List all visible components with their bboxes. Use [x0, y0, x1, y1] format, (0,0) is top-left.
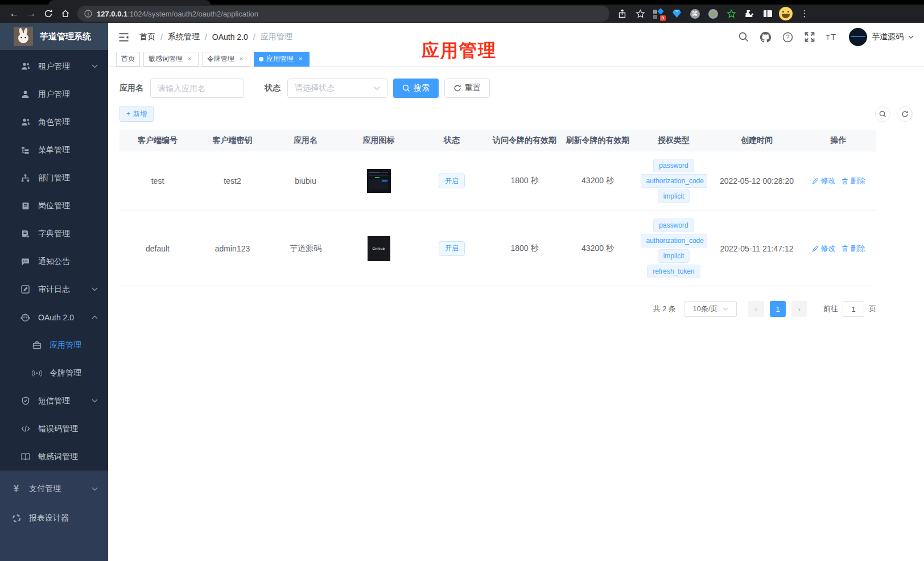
- header-search-icon[interactable]: [739, 32, 749, 42]
- fullscreen-icon[interactable]: [805, 32, 815, 42]
- goto-page-input[interactable]: [843, 301, 864, 317]
- briefcase-icon: [32, 341, 42, 349]
- extension-gem-icon[interactable]: [669, 6, 684, 22]
- sidebar-item-dict[interactable]: 字典管理: [0, 220, 108, 248]
- pagination: 共 2 条 10条/页 ‹ 1 › 前往 页: [119, 301, 876, 317]
- tree-icon: [20, 174, 30, 182]
- breadcrumb: 首页 / 系统管理 / OAuth 2.0 / 应用管理: [139, 32, 292, 42]
- help-icon[interactable]: ?: [782, 32, 793, 43]
- github-icon[interactable]: [760, 32, 771, 43]
- chevron-down-icon: [723, 307, 728, 311]
- edit-button[interactable]: 修改: [812, 176, 836, 186]
- sidebar-item-sensitive[interactable]: 敏感词管理: [0, 443, 108, 471]
- add-button[interactable]: + 新增: [119, 106, 154, 122]
- toggle-search-button[interactable]: [875, 106, 890, 122]
- browser-home-icon[interactable]: [57, 6, 74, 22]
- browser-back-icon[interactable]: ←: [6, 6, 23, 22]
- tab-token-manage[interactable]: 令牌管理×: [202, 52, 250, 67]
- browser-menu-icon[interactable]: ⋮: [796, 6, 813, 22]
- navbar: 首页 / 系统管理 / OAuth 2.0 / 应用管理 ?: [108, 23, 924, 51]
- side-panel-icon[interactable]: [760, 6, 776, 22]
- sidebar-item-sms[interactable]: 短信管理: [0, 387, 108, 415]
- reset-button[interactable]: 重置: [444, 79, 490, 98]
- sidebar-item-pay[interactable]: ¥ 支付管理: [0, 474, 108, 504]
- page-size-select[interactable]: 10条/页: [684, 301, 737, 317]
- bookmark-star-icon[interactable]: [632, 6, 648, 22]
- app-logo: [14, 27, 33, 46]
- font-size-icon[interactable]: TT: [826, 32, 838, 42]
- browser-refresh-icon[interactable]: [40, 6, 57, 22]
- sidebar-item-dept[interactable]: 部门管理: [0, 164, 108, 192]
- username: 芋道源码: [872, 32, 904, 42]
- yen-icon: ¥: [11, 483, 21, 494]
- grant-type-tag: implicit: [658, 189, 690, 203]
- pencil-icon: [812, 178, 819, 184]
- sidebar-item-menu[interactable]: 菜单管理: [0, 136, 108, 164]
- close-icon[interactable]: ×: [237, 55, 245, 63]
- share-icon[interactable]: [614, 6, 630, 22]
- log-icon: [20, 285, 30, 294]
- sidebar-item-oauth-application[interactable]: 应用管理: [0, 331, 108, 359]
- app-name-input[interactable]: [150, 79, 244, 98]
- tab-sensitive-word[interactable]: 敏感词管理×: [143, 52, 199, 67]
- sidebar-item-errcode[interactable]: 错误码管理: [0, 415, 108, 443]
- search-button[interactable]: 搜索: [393, 79, 439, 98]
- filter-form: 应用名 状态 请选择状态 搜索 重置: [119, 79, 913, 98]
- refresh-icon: [453, 84, 461, 92]
- extension-command-icon[interactable]: ⌘: [687, 6, 703, 22]
- sidebar-item-oauth[interactable]: OAuth 2.0: [0, 303, 108, 331]
- sidebar-item-notice[interactable]: 通知公告: [0, 248, 108, 275]
- browser-actions: 9 ⌘ ⋮: [614, 6, 813, 22]
- delete-button[interactable]: 删除: [842, 244, 865, 254]
- prev-page-button[interactable]: ‹: [748, 301, 764, 317]
- tab-home[interactable]: 首页: [116, 52, 140, 67]
- delete-button[interactable]: 删除: [842, 176, 865, 186]
- app-name-label: 应用名: [119, 83, 143, 93]
- sidebar-item-user[interactable]: 用户管理: [0, 80, 108, 108]
- app-title: 芋道管理系统: [40, 31, 91, 42]
- breadcrumb-home[interactable]: 首页: [139, 32, 155, 42]
- extension-record-icon[interactable]: [705, 6, 721, 22]
- edit-button[interactable]: 修改: [812, 244, 836, 254]
- peoples-icon: [20, 118, 30, 126]
- page-1-button[interactable]: 1: [770, 301, 786, 317]
- browser-forward-icon[interactable]: →: [23, 6, 40, 22]
- sidebar-item-report-designer[interactable]: 报表设计器: [0, 504, 108, 533]
- search-icon: [402, 84, 410, 92]
- extensions-puzzle-icon[interactable]: [741, 6, 757, 22]
- sidebar-menu-bottom: ¥ 支付管理 报表设计器: [0, 471, 108, 561]
- extension-star-icon[interactable]: [723, 6, 739, 22]
- shield-check-icon: [20, 397, 30, 405]
- sidebar-item-tenant[interactable]: 租户管理: [0, 52, 108, 80]
- site-info-icon[interactable]: [84, 10, 92, 18]
- sidebar-item-oauth-token[interactable]: 令牌管理: [0, 359, 108, 387]
- table-toolbar: + 新增: [119, 106, 913, 122]
- breadcrumb-system[interactable]: 系统管理: [168, 32, 200, 42]
- extension-tabs-icon[interactable]: 9: [650, 6, 666, 22]
- sidebar-item-post[interactable]: 岗位管理: [0, 192, 108, 220]
- close-icon[interactable]: ×: [296, 55, 304, 63]
- app-logo-bar[interactable]: 芋道管理系统: [0, 23, 108, 50]
- message-icon: [20, 258, 30, 266]
- tab-application-manage[interactable]: 应用管理×: [254, 52, 310, 67]
- svg-text:T: T: [831, 32, 836, 42]
- breadcrumb-oauth[interactable]: OAuth 2.0: [212, 32, 248, 42]
- address-bar[interactable]: 127.0.0.1:1024/system/oauth2/oauth2/appl…: [77, 6, 609, 22]
- profile-avatar[interactable]: [778, 6, 794, 22]
- close-icon[interactable]: ×: [185, 55, 193, 63]
- next-page-button[interactable]: ›: [791, 301, 807, 317]
- grant-type-tag: implicit: [658, 249, 690, 263]
- user-menu[interactable]: 芋道源码: [849, 28, 914, 46]
- svg-text:?: ?: [786, 34, 790, 40]
- sidebar-item-audit-log[interactable]: 审计日志: [0, 275, 108, 303]
- status-select[interactable]: 请选择状态: [287, 79, 387, 98]
- table-header: 客户端编号 客户端密钥 应用名 应用图标 状态 访问令牌的有效期 刷新令牌的有效…: [119, 130, 876, 151]
- grant-type-tag: authorization_code: [641, 234, 707, 248]
- total-count: 共 2 条: [653, 304, 676, 314]
- sidebar-collapse-icon[interactable]: [116, 30, 131, 44]
- refresh-table-button[interactable]: [897, 106, 913, 122]
- tree-table-icon: [20, 146, 30, 154]
- trash-icon: [842, 245, 848, 252]
- sidebar-item-role[interactable]: 角色管理: [0, 108, 108, 136]
- open-book-icon: [20, 453, 30, 460]
